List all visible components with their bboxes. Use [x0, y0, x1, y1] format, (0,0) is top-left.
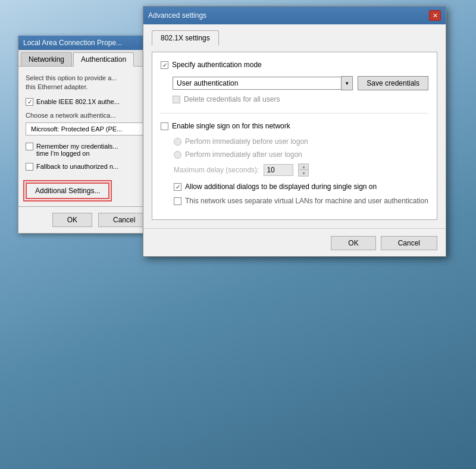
specify-auth-label: Specify authentication mode — [172, 61, 262, 69]
specify-auth-header: Specify authentication mode — [161, 61, 428, 69]
bg-fallback-label: Fallback to unauthorized n... — [36, 163, 118, 170]
sso-radio-before-icon[interactable] — [174, 138, 181, 146]
delete-credentials-label: Delete credentials for all users — [184, 95, 280, 103]
dialog-ok-button[interactable]: OK — [331, 236, 375, 250]
bg-remember-checkbox[interactable] — [26, 143, 33, 150]
dropdown-arrow-icon[interactable]: ▼ — [341, 76, 353, 90]
dialog-title-left: Advanced settings — [148, 11, 206, 20]
separate-vlan-row: This network uses separate virtual LANs … — [174, 197, 428, 205]
allow-dialogs-label: Allow additional dialogs to be displayed… — [185, 182, 377, 191]
dialog-footer: OK Cancel — [143, 228, 446, 256]
delay-input[interactable] — [264, 164, 293, 176]
advanced-settings-dialog: Advanced settings ✕ 802.1X settings Spec… — [143, 6, 446, 257]
sso-label: Enable single sign on for this network — [172, 122, 290, 130]
spinner-down-arrow[interactable]: ▼ — [299, 170, 308, 176]
dialog-content: 802.1X settings Specify authentication m… — [143, 24, 446, 228]
sso-checkbox[interactable] — [161, 122, 168, 130]
delete-credentials-row: Delete credentials for all users — [173, 95, 428, 103]
bg-enable-ieee-label: Enable IEEE 802.1X authe... — [36, 98, 120, 105]
sso-radio-after-logon: Perform immediately after user logon — [174, 150, 428, 159]
section-divider — [161, 113, 428, 114]
tab-networking[interactable]: Networking — [21, 52, 72, 66]
specify-auth-checkbox[interactable] — [161, 61, 168, 69]
tab-802-1x-settings[interactable]: 802.1X settings — [152, 30, 219, 46]
sso-header: Enable single sign on for this network — [161, 122, 428, 130]
auth-dropdown-wrapper: User authentication ▼ — [173, 76, 353, 90]
sso-radio-before-logon: Perform immediately before user logon — [174, 137, 428, 146]
delay-spinner-arrows: ▲ ▼ — [298, 163, 309, 177]
delay-label: Maximum delay (seconds): — [174, 166, 259, 174]
bg-fallback-checkbox[interactable] — [26, 163, 33, 171]
dialog-titlebar: Advanced settings ✕ — [143, 7, 446, 24]
close-button[interactable]: ✕ — [429, 10, 441, 21]
separate-vlan-label: This network uses separate virtual LANs … — [185, 197, 428, 205]
tab-content-802-1x: Specify authentication mode User authent… — [152, 52, 437, 220]
delete-credentials-checkbox[interactable] — [173, 96, 180, 103]
sso-radio-before-label: Perform immediately before user logon — [185, 137, 308, 146]
dialog-cancel-button[interactable]: Cancel — [381, 236, 437, 250]
allow-dialogs-checkbox[interactable] — [174, 183, 181, 191]
additional-settings-button[interactable]: Additional Settings... — [26, 182, 109, 199]
tab-authentication[interactable]: Authentication — [73, 52, 134, 67]
dialog-tabs: 802.1X settings — [152, 30, 437, 46]
bg-enable-ieee-checkbox[interactable] — [26, 98, 33, 106]
bg-ok-button[interactable]: OK — [52, 213, 92, 227]
separate-vlan-checkbox[interactable] — [174, 197, 181, 205]
auth-dropdown-row: User authentication ▼ Save credentials — [173, 76, 428, 90]
allow-dialogs-row: Allow additional dialogs to be displayed… — [174, 182, 428, 191]
dialog-title: Advanced settings — [148, 11, 206, 20]
sso-radio-after-icon[interactable] — [174, 151, 181, 159]
save-credentials-button[interactable]: Save credentials — [358, 76, 428, 90]
bg-window-title: Local Area Connection Prope... — [23, 39, 122, 47]
auth-mode-dropdown[interactable]: User authentication — [173, 77, 341, 90]
delay-row: Maximum delay (seconds): ▲ ▼ — [174, 163, 428, 177]
sso-radio-after-label: Perform immediately after user logon — [185, 150, 302, 159]
sso-options: Perform immediately before user logon Pe… — [174, 137, 428, 205]
bg-remember-label: Remember my credentials... time I'm logg… — [36, 143, 118, 157]
spinner-up-arrow[interactable]: ▲ — [299, 164, 308, 170]
